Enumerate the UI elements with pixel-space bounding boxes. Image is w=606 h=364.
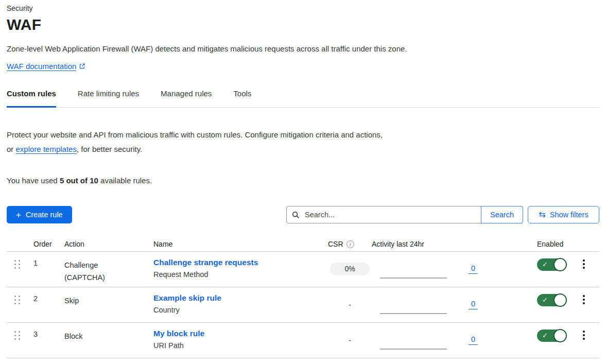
toolbar: + Create rule Search ⇆ Show filters	[7, 206, 599, 223]
tab-managed-rules[interactable]: Managed rules	[161, 88, 212, 108]
activity-sparkline	[380, 313, 447, 314]
drag-handle-icon[interactable]	[14, 331, 20, 340]
csr-value: -	[349, 336, 351, 344]
header-order: Order	[33, 240, 64, 248]
activity-sparkline	[380, 349, 447, 350]
check-icon: ✓	[542, 261, 548, 269]
table-header: Order Action Name CSR i Activity last 24…	[7, 237, 599, 252]
tab-custom-rules[interactable]: Custom rules	[7, 88, 56, 108]
enabled-toggle[interactable]: ✓	[537, 294, 566, 306]
show-filters-label: Show filters	[550, 211, 588, 219]
table-row: 1 Challenge (CAPTCHA) Challenge strange …	[7, 252, 599, 287]
rule-order: 2	[33, 287, 64, 322]
create-rule-label: Create rule	[26, 211, 63, 219]
rule-action: Challenge (CAPTCHA)	[64, 252, 153, 287]
kebab-menu-button[interactable]	[579, 330, 589, 341]
info-icon[interactable]: i	[347, 240, 354, 248]
search-group: Search	[286, 206, 523, 223]
toggle-knob	[553, 329, 567, 342]
search-input[interactable]	[304, 210, 481, 219]
intro-text: Protect your website and API from malici…	[7, 128, 390, 157]
usage-count: 5 out of 10	[60, 176, 98, 185]
waf-page: Security WAF Zone-level Web Application …	[0, 0, 606, 358]
drag-handle-icon[interactable]	[14, 296, 20, 304]
waf-documentation-link[interactable]: WAF documentation	[7, 62, 76, 71]
tab-bar: Custom rules Rate limiting rules Managed…	[7, 88, 599, 108]
rule-order: 1	[33, 252, 64, 287]
rule-action: Block	[64, 323, 153, 358]
search-button[interactable]: Search	[481, 206, 523, 223]
rule-field: Country	[153, 305, 328, 315]
table-row: 3 Block My block rule URI Path - 0 ✓	[7, 323, 599, 358]
rule-name-link[interactable]: Challenge strange requests	[153, 257, 258, 268]
rule-name-link[interactable]: Example skip rule	[153, 293, 221, 303]
create-rule-button[interactable]: + Create rule	[7, 206, 72, 223]
show-filters-button[interactable]: ⇆ Show filters	[528, 206, 599, 223]
page-title: WAF	[7, 14, 599, 35]
header-activity: Activity last 24hr	[372, 240, 483, 248]
rule-name-link[interactable]: My block rule	[153, 328, 204, 339]
header-name: Name	[153, 240, 328, 248]
usage-text: You have used 5 out of 10 available rule…	[7, 176, 599, 186]
usage-before: You have used	[7, 176, 60, 185]
external-link-icon	[79, 62, 85, 72]
rule-order: 3	[33, 323, 64, 358]
enabled-toggle[interactable]: ✓	[537, 330, 566, 342]
header-csr: CSR	[328, 240, 343, 248]
activity-count-link[interactable]: 0	[469, 264, 478, 274]
enabled-toggle[interactable]: ✓	[537, 258, 566, 271]
plus-icon: +	[16, 211, 21, 219]
tab-rate-limiting-rules[interactable]: Rate limiting rules	[78, 88, 139, 108]
kebab-menu-button[interactable]	[579, 258, 589, 270]
rule-field: Request Method	[153, 270, 328, 279]
activity-sparkline	[380, 278, 447, 279]
activity-count-link[interactable]: 0	[469, 300, 478, 309]
swap-arrows-icon: ⇆	[539, 211, 545, 219]
rule-action: Skip	[64, 287, 153, 322]
search-icon	[292, 211, 300, 219]
table-row: 2 Skip Example skip rule Country - 0 ✓	[7, 287, 599, 323]
header-action: Action	[64, 240, 153, 248]
breadcrumb: Security	[7, 3, 599, 13]
header-enabled: Enabled	[483, 240, 579, 248]
drag-handle-icon[interactable]	[14, 260, 20, 269]
page-description: Zone-level Web Application Firewall (WAF…	[7, 43, 599, 55]
csr-value: -	[349, 301, 351, 309]
toggle-knob	[553, 258, 567, 271]
intro-after: , for better security.	[77, 145, 142, 153]
csr-badge: 0%	[330, 263, 369, 275]
check-icon: ✓	[542, 332, 548, 340]
toggle-knob	[553, 293, 567, 307]
explore-templates-link[interactable]: explore templates	[16, 145, 77, 153]
kebab-menu-button[interactable]	[579, 294, 589, 305]
usage-after: available rules.	[98, 176, 152, 185]
check-icon: ✓	[542, 296, 548, 304]
tab-tools[interactable]: Tools	[233, 88, 251, 108]
rule-field: URI Path	[153, 341, 328, 350]
activity-count-link[interactable]: 0	[469, 335, 478, 345]
